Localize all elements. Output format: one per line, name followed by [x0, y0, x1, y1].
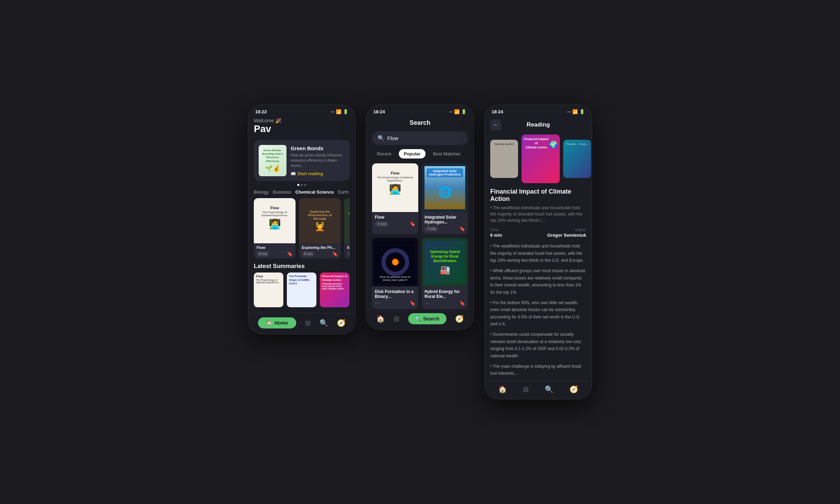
nav-search[interactable]: 🔍	[320, 319, 328, 327]
nav-compass-2[interactable]: 🧭	[455, 315, 464, 323]
time-label: Time	[490, 228, 502, 232]
massage-meta: 8 min 🔖	[302, 251, 338, 257]
dots-icon-1: ···	[331, 109, 334, 114]
filter-popular[interactable]: Popular	[399, 149, 425, 158]
search-pill[interactable]: 🔍 Search	[408, 313, 446, 324]
result-flow[interactable]: Flow The Psychology of Optimal Experienc…	[372, 163, 418, 234]
battery-icon-1: 🔋	[343, 109, 348, 114]
dots-icon-2: ···	[449, 109, 453, 114]
carousel-left-book[interactable]: Optimal Action	[490, 140, 518, 178]
status-icons-1: ··· 📶 🔋	[331, 109, 348, 114]
category-business[interactable]: Business	[273, 189, 291, 195]
search-bar[interactable]: 🔍	[372, 131, 468, 145]
flow-title: Flow	[257, 245, 293, 250]
massage-bookmark[interactable]: 🔖	[332, 251, 338, 257]
search-icon: 🔍	[320, 319, 328, 327]
phone-search: 18:24 ··· 📶 🔋 Search 🔍 Recent Popular Be…	[366, 105, 474, 330]
nav-grid-2[interactable]: ⊞	[394, 315, 399, 323]
featured-card[interactable]: Green Bonds:Boosting Asia'sResourceEffic…	[254, 140, 350, 181]
book-detail: Financial Impact of Climate Action • The…	[485, 188, 592, 377]
solar-result-info: Integrated Solar Hydrogen... 7 min 🔖	[422, 212, 468, 234]
search-icon-2: 🔍	[415, 316, 421, 322]
time-value: 6 min	[490, 233, 502, 238]
start-reading-btn[interactable]: 📖 Start reading	[291, 171, 345, 176]
carousel-main-book[interactable]: Financial Impact ofClimate Action 🌍	[522, 135, 560, 183]
nav-search-2[interactable]: 🔍 Search	[408, 313, 446, 324]
wifi-icon-2: 📶	[454, 109, 460, 114]
climate-cover: Financial Impact ofClimate Action 🌍	[522, 135, 560, 183]
home-pill[interactable]: 🏠 Home	[258, 317, 296, 328]
solar-result-title: Integrated Solar Hydrogen...	[425, 215, 465, 225]
nav-compass-3[interactable]: 🧭	[570, 385, 578, 393]
disk-visual: How do planets form in binary star sytem…	[375, 241, 415, 284]
flow-res-content: Flow The Psychology of Optimal Experienc…	[375, 168, 415, 198]
search-icon-3: 🔍	[545, 385, 554, 393]
filter-best[interactable]: Best Matches	[428, 149, 466, 158]
flow-result-cover: Flow The Psychology of Optimal Experienc…	[372, 163, 418, 212]
categories: Biology Business Chemical Science Earth	[254, 189, 350, 195]
flow-book-content: Flow The Psychology of Optimal Experienc…	[256, 203, 293, 233]
category-biology[interactable]: Biology	[254, 189, 269, 195]
dot-3	[304, 184, 306, 186]
solar-bookmark-res[interactable]: 🔖	[459, 226, 465, 231]
book-africa[interactable]: South Africa to Carbon Neutrality 🌿 Sout…	[344, 198, 350, 259]
book-stats: Time 6 min Author Gregor Semieniuk	[490, 228, 586, 238]
book-flow[interactable]: Flow The Psychology of Optimal Experienc…	[254, 198, 296, 259]
massage-title: Exploring the Ph...	[302, 245, 338, 250]
flow-result-meta: 9 min 🔖	[375, 221, 415, 227]
hybrid-title-text: Optimizing Hybrid Energy for Rural Elect…	[427, 250, 462, 263]
results-grid: Flow The Psychology of Optimal Experienc…	[372, 163, 468, 309]
latest-climate[interactable]: Financial Impact of Climate Action Poten…	[320, 273, 349, 307]
search-header: Search	[372, 119, 468, 127]
latest-flow[interactable]: Flow The Psychology of Optimal Experienc…	[254, 273, 283, 307]
disk-result-info: Disk Formation in a Binary... 🔖	[372, 286, 418, 309]
massage-info: Exploring the Ph... 8 min 🔖	[299, 243, 341, 259]
search-content: Search 🔍 Recent Popular Best Matches Flo…	[366, 119, 474, 309]
para-2: • While affluent groups own most losses …	[490, 267, 586, 296]
nav-compass[interactable]: 🧭	[337, 319, 346, 327]
nav-grid-3[interactable]: ⊞	[523, 385, 529, 393]
latest-sars[interactable]: The Proximal Origin of SARS-CoV-2	[287, 273, 316, 307]
time-3: 18:24	[492, 109, 503, 114]
nav-home[interactable]: 🏠 Home	[258, 317, 296, 328]
nav-grid[interactable]: ⊞	[305, 319, 311, 327]
solar-title: Integrated Solar Hydrogen Production	[427, 168, 463, 177]
home-icon-3: 🏠	[498, 385, 507, 393]
reading-title-header: Reading	[506, 121, 571, 128]
back-button[interactable]: ←	[490, 119, 501, 130]
category-chemical[interactable]: Chemical Science	[295, 189, 334, 195]
flow-result-title: Flow	[375, 215, 415, 220]
home-bottom-nav: 🏠 Home ⊞ 🔍 🧭	[248, 313, 355, 334]
book-carousel: Optimal Action Financial Impact ofClimat…	[485, 135, 592, 183]
nav-search-3[interactable]: 🔍	[545, 385, 554, 393]
carousel-right-book[interactable]: Trackin... Trust...	[563, 140, 591, 178]
massage-cover: Exploring the Phenomenon of Massage 💆	[299, 198, 341, 243]
home-icon: 🏠	[266, 320, 272, 326]
disk-result-meta: 🔖	[375, 300, 415, 306]
result-disk[interactable]: How do planets form in binary star sytem…	[372, 238, 418, 309]
solar-result-time: 7 min	[425, 226, 438, 231]
flow-bookmark-res[interactable]: 🔖	[410, 221, 415, 227]
nav-home-2[interactable]: 🏠	[376, 315, 385, 323]
left-cover: Optimal Action	[490, 140, 518, 178]
hybrid-visual: Optimizing Hybrid Energy for Rural Elect…	[425, 241, 465, 284]
result-hybrid[interactable]: Optimizing Hybrid Energy for Rural Elect…	[422, 238, 468, 309]
disk-bookmark-res[interactable]: 🔖	[410, 300, 415, 306]
disk-text: How do planets form in binary star sytem…	[376, 275, 414, 282]
nav-home-3[interactable]: 🏠	[498, 385, 507, 393]
search-bar-icon: 🔍	[378, 135, 385, 141]
category-earth[interactable]: Earth	[338, 189, 349, 195]
grid-icon-3: ⊞	[523, 385, 529, 393]
filter-recent[interactable]: Recent	[372, 149, 396, 158]
result-solar[interactable]: Integrated Solar Hydrogen Production 🌐 I…	[422, 163, 468, 234]
book-massage[interactable]: Exploring the Phenomenon of Massage 💆 Ex…	[299, 198, 341, 259]
search-input[interactable]	[387, 135, 462, 141]
flow-bookmark[interactable]: 🔖	[287, 251, 293, 257]
home-label: Home	[274, 320, 288, 326]
reading-bottom-nav: 🏠 ⊞ 🔍 🧭	[485, 381, 592, 399]
hybrid-bookmark-res[interactable]: 🔖	[459, 300, 465, 306]
time-2: 18:24	[373, 109, 385, 114]
flow-time: 9 min	[257, 251, 269, 257]
hybrid-result-cover: Optimizing Hybrid Energy for Rural Elect…	[422, 238, 468, 286]
battery-icon-3: 🔋	[579, 109, 585, 114]
